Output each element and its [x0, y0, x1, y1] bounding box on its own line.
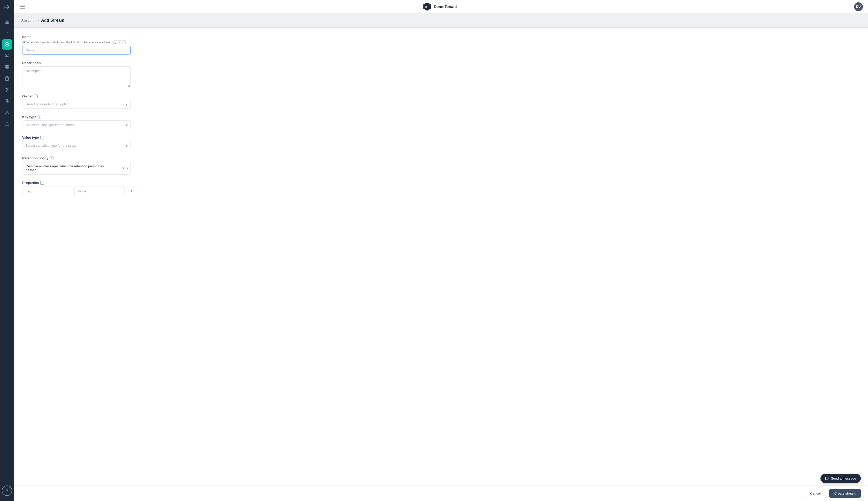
home-icon — [5, 19, 9, 24]
key-type-info-icon[interactable]: i — [38, 115, 41, 119]
key-type-select[interactable]: Select the key type for the stream — [22, 120, 131, 129]
key-type-field-group: Key type i Select the key type for the s… — [22, 115, 131, 129]
send-message-button[interactable]: Send a message — [821, 474, 861, 483]
value-type-field-group: Value type i Select the value type for t… — [22, 136, 131, 150]
topbar-center: D DemoTenant — [423, 3, 457, 11]
create-stream-button[interactable]: Create stream — [829, 489, 861, 498]
demo-badge: D — [423, 3, 431, 11]
name-label: Name — [22, 35, 131, 39]
value-type-label: Value type i — [22, 136, 131, 139]
tenant-name: DemoTenant — [434, 4, 457, 9]
svg-point-17 — [6, 111, 8, 112]
retention-value-display[interactable]: Remove all messages when the retention p… — [22, 162, 131, 174]
retention-policy-label: Retention policy i — [22, 156, 131, 160]
svg-rect-9 — [6, 77, 8, 77]
sidebar-item-grid[interactable] — [2, 62, 12, 72]
svg-point-13 — [6, 88, 7, 89]
description-label: Description — [22, 61, 131, 65]
svg-rect-8 — [8, 68, 9, 69]
sidebar-item-badge[interactable] — [2, 96, 12, 106]
svg-text:D: D — [425, 6, 427, 8]
value-type-select[interactable]: Select the value type for the stream — [22, 141, 131, 150]
sidebar-item-streams[interactable] — [2, 39, 12, 50]
char-dash: - — [118, 40, 121, 44]
users-icon — [5, 53, 9, 58]
svg-point-3 — [7, 44, 8, 45]
retention-value-text: Remove all messages when the retention p… — [25, 164, 115, 172]
description-textarea[interactable] — [22, 66, 131, 87]
char-dot: . — [122, 40, 126, 44]
help-button[interactable]: ? — [2, 486, 12, 496]
briefcase-icon — [5, 121, 9, 126]
owner-label: Owner i — [22, 94, 131, 98]
svg-point-15 — [6, 90, 7, 92]
svg-rect-18 — [5, 123, 9, 126]
properties-label: Properties i — [22, 181, 131, 185]
bottom-bar: Cancel Create stream — [14, 486, 868, 501]
svg-point-2 — [5, 43, 9, 46]
arrows-icon — [5, 31, 9, 35]
svg-point-14 — [8, 89, 8, 90]
sidebar-item-clipboard[interactable] — [2, 73, 12, 84]
retention-clear-icon[interactable]: ✕ — [122, 166, 125, 170]
sidebar-item-users[interactable] — [2, 51, 12, 61]
retention-policy-info-icon[interactable]: i — [50, 157, 53, 160]
key-type-label: Key type i — [22, 115, 131, 119]
name-field-group: Name Alphabetical characters, digits and… — [22, 35, 131, 55]
name-helper: Alphabetical characters, digits and the … — [22, 40, 131, 44]
breadcrumb-parent[interactable]: Streams — [21, 18, 36, 23]
streams-icon — [5, 42, 9, 47]
name-input[interactable] — [22, 46, 131, 55]
breadcrumb-current: Add Stream — [41, 18, 64, 23]
breadcrumb-separator: › — [38, 18, 39, 23]
retention-actions: ✕ ▾ — [122, 166, 129, 171]
value-type-info-icon[interactable]: i — [40, 136, 44, 139]
page-header: Streams › Add Stream — [14, 13, 868, 28]
property-key-input[interactable] — [22, 186, 72, 196]
owner-select-wrapper: Select or search for an option ▾ — [22, 100, 131, 109]
properties-field-group: Properties i + — [22, 181, 131, 196]
description-field-group: Description — [22, 61, 131, 88]
char-underscore: _ — [114, 40, 118, 44]
property-value-input[interactable] — [74, 186, 125, 196]
cancel-button[interactable]: Cancel — [805, 489, 826, 498]
owner-select[interactable]: Select or search for an option — [22, 100, 131, 109]
topbar: D DemoTenant DU — [14, 0, 868, 13]
hamburger-menu[interactable] — [19, 4, 26, 10]
properties-info-icon[interactable]: i — [40, 181, 44, 185]
sidebar-item-arrows[interactable] — [2, 28, 12, 38]
properties-row: + — [22, 186, 131, 196]
retention-select-wrapper: Remove all messages when the retention p… — [22, 162, 131, 174]
svg-rect-6 — [8, 65, 9, 67]
retention-policy-field-group: Retention policy i Remove all messages w… — [22, 156, 131, 174]
user-avatar[interactable]: DU — [854, 2, 863, 11]
sidebar-item-briefcase[interactable] — [2, 119, 12, 129]
sidebar-item-home[interactable] — [2, 17, 12, 27]
grid-icon — [5, 65, 9, 70]
svg-point-4 — [6, 54, 7, 55]
sidebar: ? — [0, 0, 14, 501]
sidebar-bottom: ? — [2, 486, 12, 498]
main-container: D DemoTenant DU Streams › Add Stream Nam… — [14, 0, 868, 501]
chat-icon — [825, 477, 829, 480]
content-area: Name Alphabetical characters, digits and… — [14, 28, 868, 486]
sliders-icon — [5, 87, 9, 92]
sidebar-item-person[interactable] — [2, 107, 12, 118]
allowed-chars: _ - . — [114, 40, 126, 44]
key-type-select-wrapper: Select the key type for the stream ▾ — [22, 120, 131, 129]
svg-rect-7 — [5, 68, 7, 69]
add-property-button[interactable]: + — [127, 186, 136, 196]
retention-chevron-icon: ▾ — [127, 166, 129, 171]
person-icon — [5, 110, 9, 115]
owner-info-icon[interactable]: i — [34, 95, 38, 98]
clipboard-icon — [5, 76, 9, 81]
breadcrumb: Streams › Add Stream — [21, 18, 861, 23]
svg-rect-5 — [5, 65, 7, 67]
sidebar-item-sliders[interactable] — [2, 85, 12, 95]
sidebar-logo — [3, 3, 11, 11]
badge-icon — [5, 99, 9, 104]
owner-field-group: Owner i Select or search for an option ▾ — [22, 94, 131, 109]
value-type-select-wrapper: Select the value type for the stream ▾ — [22, 141, 131, 150]
